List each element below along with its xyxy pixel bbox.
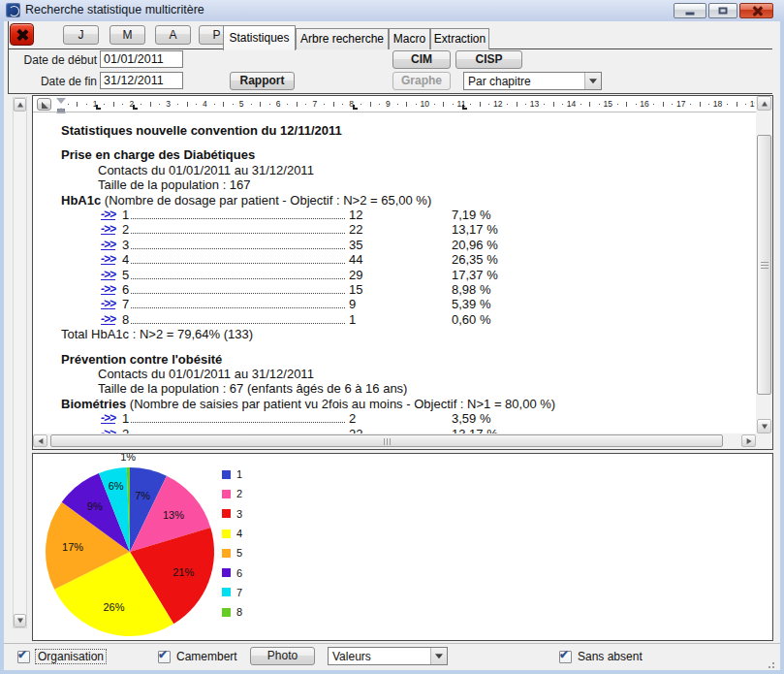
organisation-checkbox[interactable]: ✔ xyxy=(17,651,30,663)
ruler-tick xyxy=(672,104,673,105)
pie-slice-label: 1% xyxy=(120,454,136,463)
photo-button[interactable]: Photo xyxy=(250,647,315,665)
ruler-number: 18 xyxy=(712,99,724,109)
stat-row: ->>6158,98 % xyxy=(33,282,756,297)
cisp-button[interactable]: CISP xyxy=(455,50,522,69)
measure-name: Biométries xyxy=(61,397,126,411)
tab-macro[interactable]: Macro xyxy=(389,28,430,49)
doc-scroll-down-button[interactable] xyxy=(757,419,771,433)
outer-scroll-down-button[interactable] xyxy=(14,614,26,627)
ruler-tick xyxy=(599,104,600,105)
valeurs-value: Valeurs xyxy=(332,650,371,663)
organisation-label[interactable]: Organisation xyxy=(35,649,107,664)
valeurs-dropdown-button[interactable] xyxy=(430,648,447,664)
tab-arbre-recherche[interactable]: Arbre recherche xyxy=(296,28,389,49)
measure-name: HbA1c xyxy=(61,193,101,208)
period-year-button[interactable]: A xyxy=(155,25,191,45)
legend-item: 8 xyxy=(222,602,242,622)
doc-scroll-left-button[interactable] xyxy=(33,434,47,447)
legend-swatch xyxy=(222,549,231,558)
row-link[interactable]: ->> xyxy=(101,297,115,311)
ruler-number: 4 xyxy=(199,99,210,109)
tab-stop-marker[interactable] xyxy=(462,105,467,110)
tab-statistiques[interactable]: Statistiques xyxy=(223,25,296,50)
arrow-up-icon xyxy=(17,99,23,107)
row-link[interactable]: ->> xyxy=(101,268,115,282)
row-link[interactable]: ->> xyxy=(101,282,115,297)
legend-swatch xyxy=(222,470,231,479)
window-title: Recherche statistique multicritère xyxy=(25,3,204,16)
row-percent: 26,35 % xyxy=(452,252,498,267)
doc-scroll-right-button[interactable] xyxy=(741,434,756,447)
legend-label: 6 xyxy=(236,567,242,579)
row-link[interactable]: ->> xyxy=(101,252,115,267)
date-end-label: Date de fin xyxy=(14,75,97,88)
row-link[interactable]: ->> xyxy=(101,427,115,433)
tab-stop-marker[interactable] xyxy=(96,105,101,110)
row-number: 2 xyxy=(122,222,129,237)
doc-blank-line xyxy=(33,138,756,147)
maximize-button[interactable] xyxy=(708,3,737,18)
ruler-tick xyxy=(617,104,618,105)
ruler-tick xyxy=(507,104,508,105)
ruler-tick xyxy=(113,102,114,107)
document-vertical-scrollbar[interactable] xyxy=(756,96,772,433)
ruler-tick xyxy=(379,104,380,105)
doc-blank-line xyxy=(33,342,756,352)
ruler-tick xyxy=(370,102,371,107)
ruler-tick xyxy=(690,104,691,105)
close-document-button[interactable] xyxy=(10,23,34,46)
ruler-tick xyxy=(737,102,737,107)
row-percent: 7,19 % xyxy=(452,208,490,222)
ruler-tick xyxy=(305,104,306,105)
section-heading: Prise en charge des Diabétiques xyxy=(61,147,756,162)
document-horizontal-scrollbar[interactable] xyxy=(33,433,756,449)
close-window-button[interactable] xyxy=(739,3,773,18)
cim-button[interactable]: CIM xyxy=(392,50,451,69)
doc-scroll-up-button[interactable] xyxy=(757,96,771,111)
tab-stop-marker[interactable] xyxy=(133,105,138,110)
ruler-number: 9 xyxy=(382,99,393,109)
ruler-tick xyxy=(150,102,151,107)
date-end-input[interactable]: 31/12/2011 xyxy=(100,72,183,89)
ruler-tick xyxy=(745,104,746,105)
row-link[interactable]: ->> xyxy=(101,238,115,252)
tab-stop-marker[interactable] xyxy=(353,105,358,110)
period-month-button[interactable]: M xyxy=(110,25,145,45)
camembert-checkbox[interactable]: ✔ xyxy=(158,651,171,663)
measure-line: HbA1c (Nombre de dosage par patient - Ob… xyxy=(61,193,756,208)
legend-swatch xyxy=(222,608,231,617)
outer-scroll-up-button[interactable] xyxy=(14,98,26,112)
measure-line: Biométries (Nombre de saisies par patien… xyxy=(61,397,756,411)
ruler-tick xyxy=(553,102,554,107)
pie-slice-label: 17% xyxy=(62,541,83,553)
row-link[interactable]: ->> xyxy=(101,312,115,327)
doc-vscroll-thumb[interactable] xyxy=(757,135,771,395)
rapport-button[interactable]: Rapport xyxy=(230,72,295,90)
legend-swatch xyxy=(222,530,231,538)
sans-absent-checkbox[interactable]: ✔ xyxy=(559,651,572,663)
toolbar: J M A P Statistiques Arbre recherche Mac… xyxy=(4,21,780,48)
row-link[interactable]: ->> xyxy=(101,208,115,222)
ruler-tick xyxy=(406,102,407,107)
row-link[interactable]: ->> xyxy=(101,411,115,426)
stat-row: ->>123,59 % xyxy=(33,411,756,426)
tab-type-selector-button[interactable] xyxy=(37,98,51,111)
period-day-button[interactable]: J xyxy=(63,25,99,45)
ruler-tick xyxy=(636,104,637,105)
resize-grip[interactable] xyxy=(772,662,774,664)
ruler-tick xyxy=(260,102,261,107)
title-bar: Recherche statistique multicritère xyxy=(0,0,784,21)
valeurs-combobox[interactable]: Valeurs xyxy=(328,647,448,665)
graphe-button[interactable]: Graphe xyxy=(392,72,451,90)
chapter-combobox[interactable]: Par chapitre xyxy=(463,72,602,90)
date-start-input[interactable]: 01/01/2011 xyxy=(100,50,183,68)
chapter-dropdown-button[interactable] xyxy=(584,73,601,89)
minimize-button[interactable] xyxy=(674,3,706,18)
row-link[interactable]: ->> xyxy=(101,222,115,237)
outer-vertical-scrollbar[interactable] xyxy=(13,97,27,628)
doc-hscroll-thumb[interactable] xyxy=(50,434,723,447)
tab-extraction[interactable]: Extraction xyxy=(430,28,489,49)
chart-panel: 7%13%21%26%17%9%6%1% 12345678 xyxy=(32,453,773,641)
left-indent-marker[interactable] xyxy=(57,109,65,112)
